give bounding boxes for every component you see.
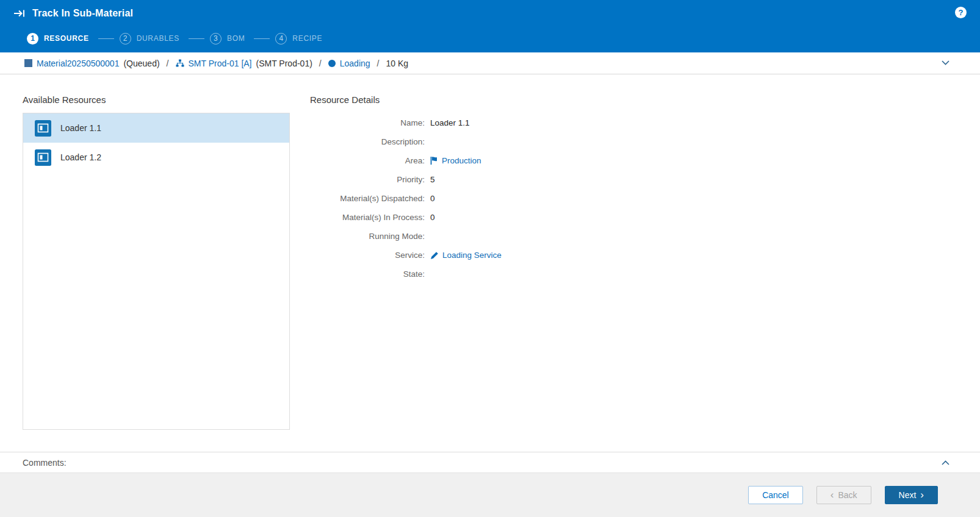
field-row-state: State: (310, 265, 956, 283)
next-button-label: Next (899, 491, 917, 499)
field-row-area: Area: Production (310, 151, 956, 170)
field-row-materials-in-process: Material(s) In Process: 0 (310, 208, 956, 227)
loader-icon (35, 120, 51, 137)
step-label: DURABLES (137, 34, 179, 43)
chevron-left-icon: ‹ (830, 490, 834, 500)
field-label: Material(s) Dispatched: (310, 194, 425, 203)
title-row: Track In Sub-Material ? (13, 0, 967, 26)
field-value: 0 (430, 213, 435, 222)
flow-step-icon (176, 59, 184, 67)
step-bom[interactable]: 3 BOM (210, 33, 245, 45)
material-link[interactable]: Material20250500001 (37, 59, 119, 68)
detail-fields: Name: Loader 1.1 Description: Area: (310, 113, 956, 283)
breadcrumb-separator: / (319, 59, 322, 68)
chevron-down-icon[interactable] (942, 60, 949, 65)
comments-bar[interactable]: Comments: (0, 452, 980, 472)
field-label: Service: (310, 251, 425, 260)
step-recipe[interactable]: 4 RECIPE (275, 33, 322, 45)
cancel-button[interactable]: Cancel (748, 486, 803, 504)
field-label: Description: (310, 137, 425, 146)
resources-title: Available Resources (23, 94, 290, 105)
track-in-window: Track In Sub-Material ? 1 RESOURCE 2 DUR… (0, 0, 980, 452)
resource-item-loader-1-1[interactable]: Loader 1.1 (23, 113, 289, 143)
header: Track In Sub-Material ? 1 RESOURCE 2 DUR… (0, 0, 980, 52)
material-state: (Queued) (123, 59, 159, 68)
chevron-right-icon: › (920, 490, 924, 500)
help-icon[interactable]: ? (955, 7, 967, 18)
loading-service-link[interactable]: Loading Service (442, 251, 502, 260)
step-link[interactable]: SMT Prod-01 [A] (189, 59, 252, 68)
loader-icon (35, 149, 51, 166)
comments-label: Comments: (23, 458, 67, 468)
wrench-icon (430, 251, 439, 260)
field-row-running-mode: Running Mode: (310, 227, 956, 246)
field-label: Running Mode: (310, 232, 425, 241)
footer: Cancel ‹ Back Next › (0, 472, 980, 517)
field-label: Area: (310, 156, 425, 165)
field-row-service: Service: Loading Service (310, 246, 956, 265)
chevron-up-icon[interactable] (942, 460, 949, 465)
step-label: RESOURCE (44, 34, 89, 43)
breadcrumb-separator: / (377, 59, 380, 68)
resource-item-loader-1-2[interactable]: Loader 1.2 (23, 143, 289, 172)
field-value: 0 (430, 194, 435, 203)
field-label: Material(s) In Process: (310, 213, 425, 222)
step-number: 2 (120, 33, 131, 45)
field-row-name: Name: Loader 1.1 (310, 113, 956, 132)
material-icon (24, 59, 32, 67)
resource-name: Loader 1.1 (60, 123, 101, 133)
step-durables[interactable]: 2 DURABLES (120, 33, 179, 45)
field-row-priority: Priority: 5 (310, 170, 956, 189)
breadcrumb-separator: / (167, 59, 169, 68)
field-value: Production (430, 156, 481, 165)
step-resource[interactable]: 1 RESOURCE (27, 33, 89, 45)
step-connector (254, 38, 270, 39)
field-value: 5 (430, 175, 435, 184)
step-label: RECIPE (292, 34, 322, 43)
next-button[interactable]: Next › (885, 486, 938, 504)
back-button-label: Back (838, 491, 857, 499)
track-in-icon (13, 9, 26, 18)
main-content: Available Resources Loader 1.1 (0, 74, 980, 452)
field-label: Priority: (310, 175, 425, 184)
flag-icon (430, 156, 438, 165)
field-value: Loading Service (430, 251, 502, 260)
breadcrumb: Material20250500001 (Queued) / SMT Prod-… (0, 52, 980, 74)
details-title: Resource Details (310, 94, 956, 105)
area-production-link[interactable]: Production (442, 156, 481, 165)
step-label: BOM (227, 34, 245, 43)
field-value: Loader 1.1 (430, 118, 470, 127)
step-detail: (SMT Prod-01) (256, 59, 312, 68)
back-button[interactable]: ‹ Back (816, 486, 871, 504)
step-number: 3 (210, 33, 222, 45)
resource-name: Loader 1.2 (60, 152, 101, 162)
step-number: 4 (275, 33, 287, 45)
field-row-description: Description: (310, 132, 956, 151)
field-label: Name: (310, 118, 425, 127)
step-connector (98, 38, 114, 39)
resource-details-panel: Resource Details Name: Loader 1.1 Descri… (310, 94, 956, 283)
flow-link[interactable]: Loading (340, 59, 370, 68)
wizard-steps: 1 RESOURCE 2 DURABLES 3 BOM 4 RECIPE (13, 26, 967, 51)
step-number: 1 (27, 33, 38, 45)
resource-list: Loader 1.1 Loader 1.2 (23, 113, 290, 430)
quantity-value: 10 Kg (386, 59, 408, 68)
loading-step-icon (328, 60, 336, 67)
step-connector (189, 38, 204, 39)
page-title: Track In Sub-Material (32, 8, 133, 19)
available-resources-panel: Available Resources Loader 1.1 (23, 94, 290, 430)
field-row-materials-dispatched: Material(s) Dispatched: 0 (310, 189, 956, 208)
field-label: State: (310, 269, 425, 279)
